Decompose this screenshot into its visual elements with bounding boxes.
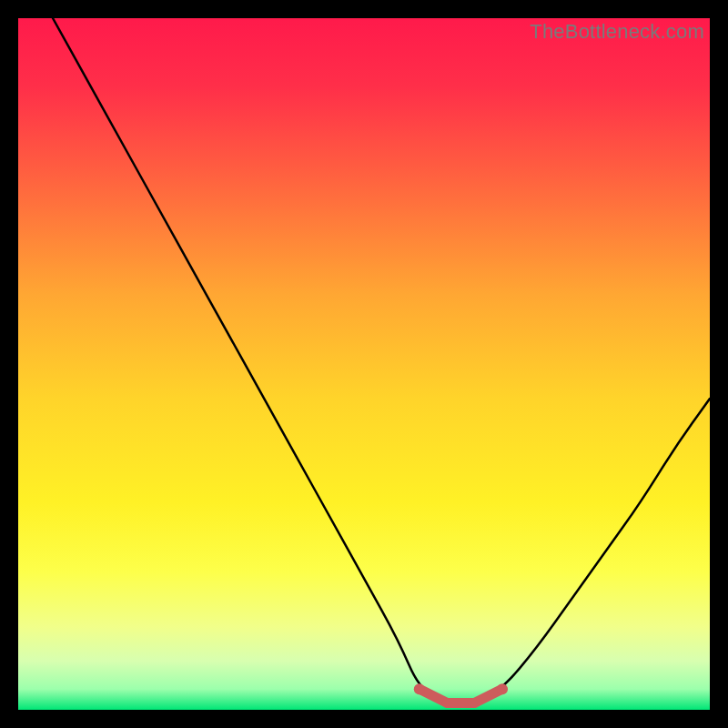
- min-plateau-end: [497, 683, 508, 694]
- watermark-text: TheBottleneck.com: [530, 20, 704, 44]
- gradient-background: [18, 18, 710, 710]
- plot-frame: TheBottleneck.com: [18, 18, 710, 710]
- bottleneck-chart: [18, 18, 710, 710]
- min-plateau-end: [414, 683, 425, 694]
